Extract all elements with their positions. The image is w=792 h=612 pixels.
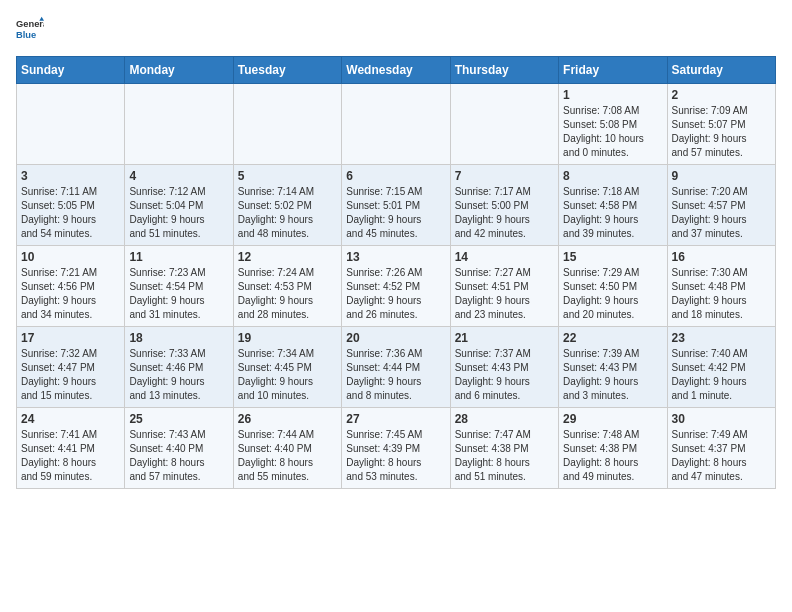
table-cell: 17Sunrise: 7:32 AM Sunset: 4:47 PM Dayli… xyxy=(17,327,125,408)
day-info: Sunrise: 7:37 AM Sunset: 4:43 PM Dayligh… xyxy=(455,347,554,403)
day-number: 27 xyxy=(346,412,445,426)
day-info: Sunrise: 7:45 AM Sunset: 4:39 PM Dayligh… xyxy=(346,428,445,484)
table-cell: 16Sunrise: 7:30 AM Sunset: 4:48 PM Dayli… xyxy=(667,246,775,327)
day-info: Sunrise: 7:49 AM Sunset: 4:37 PM Dayligh… xyxy=(672,428,771,484)
table-cell: 8Sunrise: 7:18 AM Sunset: 4:58 PM Daylig… xyxy=(559,165,667,246)
day-info: Sunrise: 7:27 AM Sunset: 4:51 PM Dayligh… xyxy=(455,266,554,322)
day-number: 28 xyxy=(455,412,554,426)
table-cell: 27Sunrise: 7:45 AM Sunset: 4:39 PM Dayli… xyxy=(342,408,450,489)
day-info: Sunrise: 7:08 AM Sunset: 5:08 PM Dayligh… xyxy=(563,104,662,160)
day-number: 17 xyxy=(21,331,120,345)
day-info: Sunrise: 7:33 AM Sunset: 4:46 PM Dayligh… xyxy=(129,347,228,403)
day-info: Sunrise: 7:14 AM Sunset: 5:02 PM Dayligh… xyxy=(238,185,337,241)
table-cell: 24Sunrise: 7:41 AM Sunset: 4:41 PM Dayli… xyxy=(17,408,125,489)
table-cell xyxy=(233,84,341,165)
table-cell: 11Sunrise: 7:23 AM Sunset: 4:54 PM Dayli… xyxy=(125,246,233,327)
table-cell: 14Sunrise: 7:27 AM Sunset: 4:51 PM Dayli… xyxy=(450,246,558,327)
table-cell xyxy=(450,84,558,165)
svg-text:Blue: Blue xyxy=(16,30,36,40)
day-info: Sunrise: 7:47 AM Sunset: 4:38 PM Dayligh… xyxy=(455,428,554,484)
week-row-3: 10Sunrise: 7:21 AM Sunset: 4:56 PM Dayli… xyxy=(17,246,776,327)
day-info: Sunrise: 7:41 AM Sunset: 4:41 PM Dayligh… xyxy=(21,428,120,484)
table-cell: 7Sunrise: 7:17 AM Sunset: 5:00 PM Daylig… xyxy=(450,165,558,246)
day-info: Sunrise: 7:34 AM Sunset: 4:45 PM Dayligh… xyxy=(238,347,337,403)
weekday-header-sunday: Sunday xyxy=(17,57,125,84)
day-number: 2 xyxy=(672,88,771,102)
day-info: Sunrise: 7:26 AM Sunset: 4:52 PM Dayligh… xyxy=(346,266,445,322)
day-info: Sunrise: 7:44 AM Sunset: 4:40 PM Dayligh… xyxy=(238,428,337,484)
table-cell xyxy=(17,84,125,165)
day-info: Sunrise: 7:30 AM Sunset: 4:48 PM Dayligh… xyxy=(672,266,771,322)
day-number: 30 xyxy=(672,412,771,426)
day-number: 29 xyxy=(563,412,662,426)
weekday-header-friday: Friday xyxy=(559,57,667,84)
weekday-header-row: SundayMondayTuesdayWednesdayThursdayFrid… xyxy=(17,57,776,84)
logo-icon: General Blue xyxy=(16,16,44,44)
day-number: 26 xyxy=(238,412,337,426)
day-info: Sunrise: 7:43 AM Sunset: 4:40 PM Dayligh… xyxy=(129,428,228,484)
table-cell: 12Sunrise: 7:24 AM Sunset: 4:53 PM Dayli… xyxy=(233,246,341,327)
day-number: 3 xyxy=(21,169,120,183)
weekday-header-monday: Monday xyxy=(125,57,233,84)
page-header: General Blue xyxy=(16,16,776,44)
day-info: Sunrise: 7:12 AM Sunset: 5:04 PM Dayligh… xyxy=(129,185,228,241)
day-info: Sunrise: 7:23 AM Sunset: 4:54 PM Dayligh… xyxy=(129,266,228,322)
day-number: 21 xyxy=(455,331,554,345)
calendar-table: SundayMondayTuesdayWednesdayThursdayFrid… xyxy=(16,56,776,489)
day-number: 23 xyxy=(672,331,771,345)
table-cell: 23Sunrise: 7:40 AM Sunset: 4:42 PM Dayli… xyxy=(667,327,775,408)
week-row-4: 17Sunrise: 7:32 AM Sunset: 4:47 PM Dayli… xyxy=(17,327,776,408)
day-number: 11 xyxy=(129,250,228,264)
table-cell xyxy=(125,84,233,165)
week-row-5: 24Sunrise: 7:41 AM Sunset: 4:41 PM Dayli… xyxy=(17,408,776,489)
table-cell: 10Sunrise: 7:21 AM Sunset: 4:56 PM Dayli… xyxy=(17,246,125,327)
day-number: 10 xyxy=(21,250,120,264)
logo: General Blue xyxy=(16,16,44,44)
weekday-header-tuesday: Tuesday xyxy=(233,57,341,84)
day-info: Sunrise: 7:21 AM Sunset: 4:56 PM Dayligh… xyxy=(21,266,120,322)
table-cell xyxy=(342,84,450,165)
table-cell: 19Sunrise: 7:34 AM Sunset: 4:45 PM Dayli… xyxy=(233,327,341,408)
table-cell: 20Sunrise: 7:36 AM Sunset: 4:44 PM Dayli… xyxy=(342,327,450,408)
weekday-header-wednesday: Wednesday xyxy=(342,57,450,84)
table-cell: 13Sunrise: 7:26 AM Sunset: 4:52 PM Dayli… xyxy=(342,246,450,327)
table-cell: 30Sunrise: 7:49 AM Sunset: 4:37 PM Dayli… xyxy=(667,408,775,489)
day-number: 1 xyxy=(563,88,662,102)
day-number: 6 xyxy=(346,169,445,183)
day-info: Sunrise: 7:11 AM Sunset: 5:05 PM Dayligh… xyxy=(21,185,120,241)
day-number: 16 xyxy=(672,250,771,264)
day-info: Sunrise: 7:18 AM Sunset: 4:58 PM Dayligh… xyxy=(563,185,662,241)
day-info: Sunrise: 7:36 AM Sunset: 4:44 PM Dayligh… xyxy=(346,347,445,403)
day-number: 9 xyxy=(672,169,771,183)
week-row-1: 1Sunrise: 7:08 AM Sunset: 5:08 PM Daylig… xyxy=(17,84,776,165)
day-number: 14 xyxy=(455,250,554,264)
day-info: Sunrise: 7:29 AM Sunset: 4:50 PM Dayligh… xyxy=(563,266,662,322)
table-cell: 26Sunrise: 7:44 AM Sunset: 4:40 PM Dayli… xyxy=(233,408,341,489)
day-number: 5 xyxy=(238,169,337,183)
day-number: 24 xyxy=(21,412,120,426)
table-cell: 6Sunrise: 7:15 AM Sunset: 5:01 PM Daylig… xyxy=(342,165,450,246)
day-number: 22 xyxy=(563,331,662,345)
day-info: Sunrise: 7:32 AM Sunset: 4:47 PM Dayligh… xyxy=(21,347,120,403)
day-number: 4 xyxy=(129,169,228,183)
day-info: Sunrise: 7:20 AM Sunset: 4:57 PM Dayligh… xyxy=(672,185,771,241)
weekday-header-saturday: Saturday xyxy=(667,57,775,84)
table-cell: 4Sunrise: 7:12 AM Sunset: 5:04 PM Daylig… xyxy=(125,165,233,246)
table-cell: 15Sunrise: 7:29 AM Sunset: 4:50 PM Dayli… xyxy=(559,246,667,327)
day-info: Sunrise: 7:09 AM Sunset: 5:07 PM Dayligh… xyxy=(672,104,771,160)
day-info: Sunrise: 7:48 AM Sunset: 4:38 PM Dayligh… xyxy=(563,428,662,484)
table-cell: 3Sunrise: 7:11 AM Sunset: 5:05 PM Daylig… xyxy=(17,165,125,246)
table-cell: 28Sunrise: 7:47 AM Sunset: 4:38 PM Dayli… xyxy=(450,408,558,489)
day-info: Sunrise: 7:17 AM Sunset: 5:00 PM Dayligh… xyxy=(455,185,554,241)
table-cell: 21Sunrise: 7:37 AM Sunset: 4:43 PM Dayli… xyxy=(450,327,558,408)
day-number: 7 xyxy=(455,169,554,183)
day-number: 12 xyxy=(238,250,337,264)
day-info: Sunrise: 7:39 AM Sunset: 4:43 PM Dayligh… xyxy=(563,347,662,403)
day-number: 18 xyxy=(129,331,228,345)
table-cell: 9Sunrise: 7:20 AM Sunset: 4:57 PM Daylig… xyxy=(667,165,775,246)
day-number: 25 xyxy=(129,412,228,426)
day-number: 19 xyxy=(238,331,337,345)
day-info: Sunrise: 7:24 AM Sunset: 4:53 PM Dayligh… xyxy=(238,266,337,322)
day-number: 13 xyxy=(346,250,445,264)
table-cell: 22Sunrise: 7:39 AM Sunset: 4:43 PM Dayli… xyxy=(559,327,667,408)
